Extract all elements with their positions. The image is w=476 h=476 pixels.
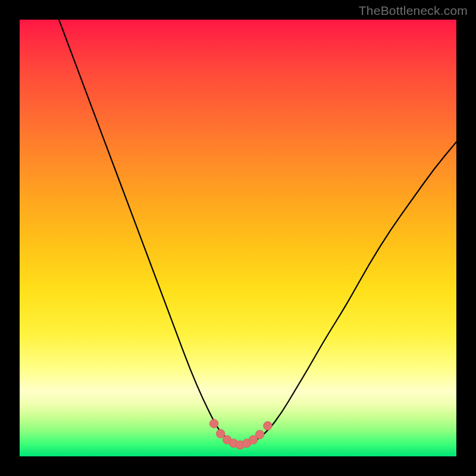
marker-point [256, 430, 264, 439]
plot-area [20, 20, 456, 456]
chart-svg [20, 20, 456, 456]
optimal-markers [209, 419, 272, 449]
marker-point [216, 430, 224, 438]
watermark-text: TheBottleneck.com [359, 4, 468, 18]
marker-point [209, 419, 218, 428]
marker-point [264, 421, 272, 430]
bottleneck-curve [59, 20, 456, 445]
chart-frame: TheBottleneck.com [0, 0, 476, 476]
